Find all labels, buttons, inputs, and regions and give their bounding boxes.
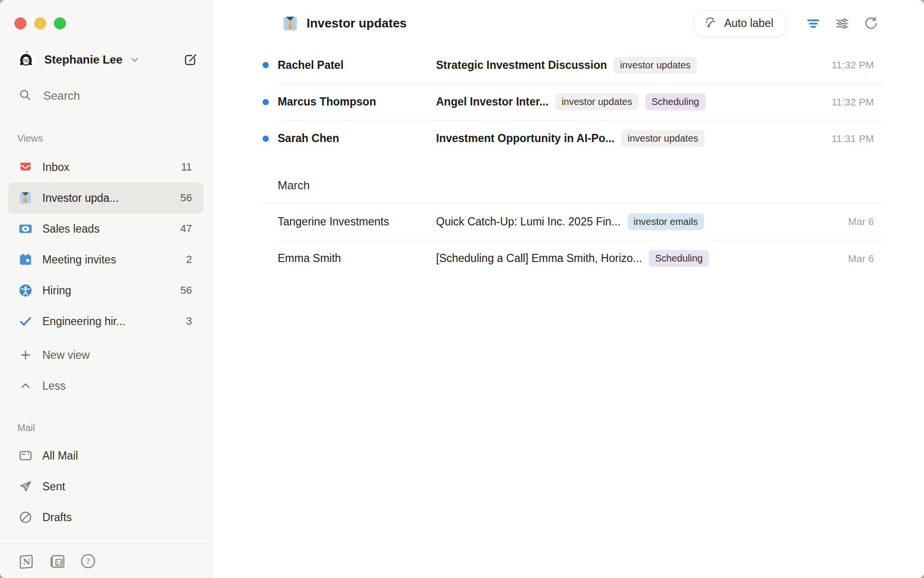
search-icon — [18, 88, 32, 104]
sidebar-item-label: Meeting invites — [42, 253, 116, 266]
label-chip[interactable]: investor emails — [628, 213, 704, 230]
label-chip[interactable]: Scheduling — [645, 93, 706, 110]
close-button[interactable] — [14, 17, 26, 29]
notion-calendar-icon[interactable]: 14 — [48, 552, 66, 570]
timestamp: 11:31 PM — [822, 133, 874, 144]
necktie-icon — [18, 191, 33, 205]
compose-icon[interactable] — [180, 49, 202, 71]
unread-count: 3 — [186, 315, 192, 328]
mail-row[interactable]: Emma Smith[Scheduling a Call] Emma Smith… — [278, 240, 884, 276]
unread-dot — [263, 135, 269, 142]
sidebar-item-label: Sales leads — [42, 223, 100, 236]
accessibility-icon — [18, 283, 33, 298]
mail-row[interactable]: Marcus ThompsonAngel Investor Inter...in… — [278, 83, 884, 120]
sidebar-item-drafts[interactable]: Drafts — [8, 502, 204, 533]
minimize-button[interactable] — [34, 17, 46, 29]
sidebar-item-label: Inbox — [42, 161, 69, 174]
main-header: Investor updates Auto label — [212, 0, 924, 47]
subject-text: Investment Opportunity in AI-Po... — [436, 132, 615, 145]
sidebar-item-meeting-invites[interactable]: Meeting invites2 — [8, 244, 204, 275]
calendar-icon — [18, 252, 33, 267]
refresh-icon[interactable] — [861, 14, 881, 33]
filter-icon[interactable] — [804, 14, 823, 33]
svg-text:N: N — [23, 557, 30, 566]
notion-logo-icon[interactable]: N — [17, 552, 36, 570]
subject-and-labels: Investment Opportunity in AI-Po...invest… — [436, 130, 705, 147]
zoom-button[interactable] — [54, 17, 66, 29]
sender-name: Sarah Chen — [278, 132, 436, 145]
chevron-down-icon — [129, 54, 140, 65]
mail-list: Rachel PatelStrategic Investment Discuss… — [212, 47, 924, 276]
sidebar-item-all-mail[interactable]: All Mail — [8, 440, 204, 471]
all-mail-label: All Mail — [42, 449, 78, 462]
sent-icon — [18, 479, 33, 494]
mail-section-label: Mail — [17, 422, 211, 434]
unread-count: 2 — [186, 253, 192, 266]
subject-text: Quick Catch-Up: Lumi Inc. 2025 Fin... — [436, 215, 621, 228]
sliders-icon[interactable] — [833, 14, 852, 33]
page-title: Investor updates — [307, 16, 407, 31]
checkmark-icon — [18, 314, 33, 328]
sidebar-item-hiring[interactable]: Hiring56 — [8, 275, 204, 306]
auto-label-text: Auto label — [724, 17, 773, 30]
necktie-icon — [282, 15, 299, 32]
label-chip[interactable]: investor updates — [621, 130, 705, 147]
sidebar-actions: New view Less — [8, 340, 204, 401]
views-section-label: Views — [17, 133, 211, 144]
new-view-button[interactable]: New view — [8, 340, 204, 370]
timestamp: 11:32 PM — [822, 96, 874, 108]
label-chip[interactable]: investor updates — [614, 57, 697, 74]
subject-text: Angel Investor Inter... — [436, 95, 549, 108]
subject-and-labels: Strategic Investment Discussioninvestor … — [436, 57, 697, 74]
chevron-up-icon — [18, 379, 33, 393]
search-label: Search — [43, 89, 80, 103]
unread-count: 56 — [180, 284, 192, 297]
subject-and-labels: Angel Investor Inter...investor updatesS… — [436, 93, 706, 110]
sender-name: Rachel Patel — [278, 59, 436, 72]
auto-label-icon — [704, 15, 719, 31]
avatar — [16, 50, 36, 69]
sidebar-item-label: Investor upda... — [42, 192, 119, 205]
mail-row[interactable]: Rachel PatelStrategic Investment Discuss… — [278, 47, 884, 83]
month-label: March — [278, 174, 884, 197]
search-row[interactable]: Search — [18, 88, 204, 104]
header-actions: Auto label — [694, 10, 881, 37]
new-view-label: New view — [42, 349, 90, 362]
subject-text: Strategic Investment Discussion — [436, 59, 607, 72]
sidebar-item-sent[interactable]: Sent — [8, 471, 204, 502]
timestamp: Mar 6 — [838, 216, 874, 227]
less-label: Less — [42, 380, 66, 393]
sidebar: Stephanie Lee Search Views — [0, 0, 212, 578]
label-chip[interactable]: investor updates — [555, 93, 639, 110]
unread-dot — [263, 99, 269, 105]
mail-row[interactable]: Sarah ChenInvestment Opportunity in AI-P… — [278, 120, 884, 157]
sent-label: Sent — [42, 480, 65, 493]
main-panel: Investor updates Auto label — [212, 0, 924, 578]
profile-row[interactable]: Stephanie Lee — [16, 49, 204, 70]
unread-count: 56 — [180, 192, 192, 204]
auto-label-button[interactable]: Auto label — [694, 10, 786, 37]
sidebar-item-sales-leads[interactable]: Sales leads47 — [8, 213, 204, 244]
banknote-icon — [18, 222, 33, 236]
app-window: Stephanie Lee Search Views — [0, 0, 924, 578]
inbox-icon — [18, 160, 33, 174]
unread-group: Rachel PatelStrategic Investment Discuss… — [212, 47, 884, 157]
sidebar-item-investor-upda[interactable]: Investor upda...56 — [8, 183, 204, 213]
label-chip[interactable]: Scheduling — [649, 250, 709, 267]
timestamp: 11:32 PM — [822, 59, 874, 71]
mail-row[interactable]: Tangerine InvestmentsQuick Catch-Up: Lum… — [278, 203, 884, 240]
unread-count: 11 — [181, 161, 192, 173]
help-icon[interactable]: ? — [79, 552, 97, 570]
traffic-lights — [0, 0, 211, 29]
drafts-icon — [18, 510, 33, 525]
drafts-label: Drafts — [42, 511, 72, 524]
unread-count: 47 — [180, 223, 192, 235]
all-mail-icon — [18, 448, 33, 463]
sidebar-footer: N 14 ? — [0, 543, 211, 578]
subject-and-labels: [Scheduling a Call] Emma Smith, Horizo..… — [436, 250, 709, 267]
mail-items: All Mail Sent — [8, 440, 204, 533]
less-button[interactable]: Less — [8, 370, 204, 401]
sidebar-item-inbox[interactable]: Inbox11 — [8, 152, 204, 183]
sidebar-item-engineering-hir[interactable]: Engineering hir...3 — [8, 306, 204, 337]
sender-name: Emma Smith — [278, 252, 436, 265]
